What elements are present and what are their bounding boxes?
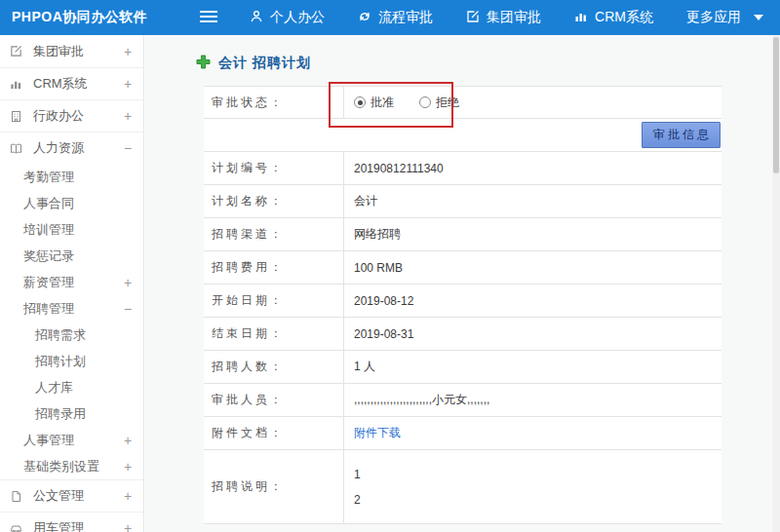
- field-label: 招聘说明：: [204, 450, 344, 523]
- sidebar-item-label: 薪资管理: [23, 274, 74, 291]
- approval-info-button[interactable]: 审批信息: [642, 122, 721, 148]
- field-value: 1 2: [344, 450, 722, 523]
- sidebar-item-vehicle-mgmt[interactable]: 用车管理 +: [0, 512, 143, 532]
- page-title: 会计 招聘计划: [196, 55, 311, 72]
- field-value: 1 人: [344, 351, 722, 383]
- sidebar-item-hr[interactable]: 人力资源 −: [0, 132, 143, 164]
- approval-status-options: 批准 拒绝: [344, 87, 722, 118]
- form-row-actions: 审批信息: [204, 119, 722, 152]
- field-label: 计划名称：: [204, 185, 344, 217]
- sidebar-item-label: 招聘需求: [35, 326, 86, 344]
- sidebar-item-label: 人才库: [35, 379, 73, 397]
- form-row-start-date: 开始日期： 2019-08-12: [204, 285, 722, 318]
- sidebar-item-admin-office[interactable]: 行政办公 +: [0, 99, 143, 132]
- bar-chart-icon: [574, 10, 588, 26]
- sidebar-item-label: 人事合同: [23, 195, 74, 212]
- nav-label: 更多应用: [686, 9, 741, 26]
- expand-toggle[interactable]: +: [122, 520, 134, 532]
- field-label: 计划编号：: [204, 152, 344, 184]
- sidebar-item-base-category[interactable]: 基础类别设置 +: [0, 453, 143, 479]
- expand-toggle[interactable]: +: [122, 108, 134, 124]
- sidebar-item-label: 人力资源: [33, 139, 84, 157]
- sidebar-item-talent-pool[interactable]: 人才库: [0, 374, 143, 400]
- collapse-toggle[interactable]: −: [122, 301, 134, 317]
- expand-toggle[interactable]: +: [122, 275, 134, 290]
- nav-label: 个人办公: [270, 9, 325, 26]
- attachment-download-link[interactable]: 附件下载: [354, 425, 401, 441]
- sidebar-item-recruit-plan[interactable]: 招聘计划: [0, 348, 143, 374]
- form-row-approvers: 审批人员： ,,,,,,,,,,,,,,,,,,,,,,,,小元女,,,,,,,: [204, 384, 722, 417]
- radio-label: 拒绝: [436, 95, 459, 111]
- sidebar-item-label: 用车管理: [33, 519, 84, 532]
- hamburger-icon: [200, 10, 217, 26]
- app-logo: PHPOA协同办公软件: [0, 9, 153, 26]
- scrollbar-thumb[interactable]: [773, 37, 779, 173]
- sidebar-item-hr-contract[interactable]: 人事合同: [0, 190, 143, 216]
- radio-reject[interactable]: 拒绝: [419, 95, 459, 111]
- field-value: ,,,,,,,,,,,,,,,,,,,,,,,,小元女,,,,,,,: [344, 384, 722, 416]
- nav-label: 集团审批: [487, 9, 541, 26]
- expand-toggle[interactable]: +: [122, 76, 134, 92]
- sidebar-item-label: 基础类别设置: [23, 458, 99, 475]
- sidebar-item-training[interactable]: 培训管理: [0, 216, 143, 243]
- expand-toggle[interactable]: +: [122, 44, 134, 59]
- vertical-scrollbar[interactable]: [772, 35, 780, 532]
- expand-toggle[interactable]: +: [122, 459, 134, 475]
- field-label: 审批状态：: [204, 87, 344, 118]
- nav-group-approval[interactable]: 集团审批: [449, 0, 558, 35]
- page-title-text: 会计 招聘计划: [218, 55, 311, 72]
- sidebar-item-label: 考勤管理: [23, 169, 74, 186]
- form-row-recruit-cost: 招聘费用： 100 RMB: [204, 251, 722, 285]
- hamburger-menu-button[interactable]: [194, 4, 223, 32]
- sidebar-item-label: 招聘管理: [23, 300, 74, 318]
- sidebar-item-document-mgmt[interactable]: 公文管理 +: [0, 479, 143, 512]
- sidebar-item-label: 招聘计划: [35, 353, 86, 370]
- sidebar-item-recruit-hire[interactable]: 招聘录用: [0, 400, 143, 427]
- sidebar-item-personnel-mgmt[interactable]: 人事管理 +: [0, 427, 143, 453]
- sidebar-item-recruit-demand[interactable]: 招聘需求: [0, 322, 143, 348]
- field-value: 网络招聘: [344, 218, 722, 250]
- nav-more-apps[interactable]: 更多应用: [670, 0, 780, 35]
- car-icon: [10, 522, 26, 532]
- sidebar-item-salary[interactable]: 薪资管理 +: [0, 269, 143, 295]
- radio-selected-icon: [354, 96, 366, 108]
- sidebar-item-label: 公文管理: [33, 487, 84, 505]
- nav-personal-office[interactable]: 个人办公: [233, 0, 341, 35]
- field-label: 审批人员：: [204, 384, 344, 416]
- sidebar-item-label: 人事管理: [23, 432, 74, 449]
- person-icon: [250, 10, 263, 26]
- collapse-toggle[interactable]: −: [122, 140, 134, 156]
- field-value: 20190812111340: [344, 152, 722, 184]
- expand-toggle[interactable]: +: [122, 488, 134, 504]
- radio-unselected-icon: [419, 96, 431, 108]
- sidebar-item-label: 招聘录用: [35, 405, 86, 423]
- sidebar-item-rewards[interactable]: 奖惩记录: [0, 243, 143, 269]
- nav-crm-system[interactable]: CRM系统: [558, 0, 670, 35]
- field-label: 结束日期：: [204, 318, 344, 350]
- recruit-plan-detail-table: 审批状态： 批准 拒绝 审批信息 计划编号：: [204, 86, 722, 524]
- field-value: 附件下载: [344, 417, 722, 449]
- field-value: 2019-08-12: [344, 285, 722, 317]
- sidebar-item-crm[interactable]: CRM系统 +: [0, 67, 143, 99]
- edit-approval-icon: [466, 10, 480, 26]
- main-content: 会计 招聘计划 审批状态： 批准 拒绝: [145, 35, 772, 532]
- process-approval-icon: [358, 10, 371, 26]
- form-row-plan-number: 计划编号： 20190812111340: [204, 152, 722, 185]
- sidebar-item-group-approval[interactable]: 集团审批 +: [0, 35, 143, 67]
- expand-toggle[interactable]: +: [122, 433, 134, 448]
- book-icon: [10, 142, 26, 155]
- nav-label: 流程审批: [378, 9, 433, 26]
- form-row-plan-name: 计划名称： 会计: [204, 185, 722, 218]
- field-label: 开始日期：: [204, 285, 344, 317]
- chevron-down-icon: [754, 15, 763, 20]
- sidebar-item-attendance[interactable]: 考勤管理: [0, 164, 143, 190]
- radio-label: 批准: [370, 95, 394, 111]
- nav-process-approval[interactable]: 流程审批: [341, 0, 449, 35]
- app-window: PHPOA协同办公软件 个人办公 流程审批: [0, 0, 780, 532]
- nav-label: CRM系统: [595, 9, 653, 26]
- radio-approve[interactable]: 批准: [354, 95, 394, 111]
- sidebar-item-label: 集团审批: [33, 43, 84, 60]
- field-label: 招聘费用：: [204, 251, 344, 284]
- sidebar-item-recruit-mgmt[interactable]: 招聘管理 −: [0, 295, 143, 322]
- building-icon: [10, 110, 26, 123]
